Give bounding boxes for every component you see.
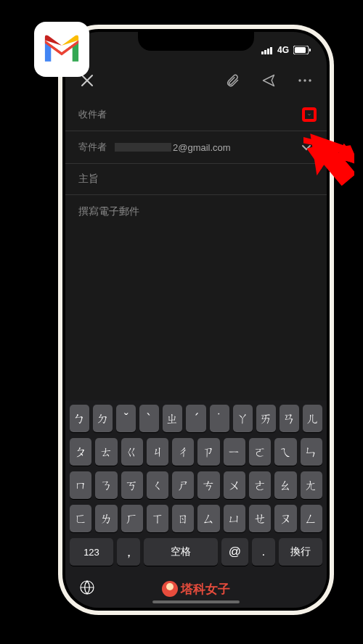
watermark-text: 塔科女子 (181, 581, 230, 598)
subject-field[interactable]: 主旨 (65, 164, 327, 195)
key[interactable]: ㄓ (163, 405, 182, 432)
key[interactable]: ˋ (139, 405, 159, 432)
key[interactable]: ㄤ (301, 471, 322, 499)
phone-frame: 4G (58, 25, 334, 615)
keyboard: ㄅㄉˇˋㄓˊ˙ㄚㄞㄢㄦ ㄆㄊㄍㄐㄔㄗㄧㄛㄟㄣ ㄇㄋㄎㄑㄕㄘㄨㄜㄠㄤ ㄈㄌㄏㄒㄖㄙ… (65, 400, 327, 608)
svg-rect-5 (270, 47, 272, 54)
key[interactable]: ㄞ (256, 405, 276, 432)
key[interactable]: ㄐ (147, 438, 168, 466)
svg-rect-2 (261, 51, 264, 54)
key[interactable]: ㄌ (95, 505, 117, 532)
network-label: 4G (277, 45, 289, 55)
key[interactable]: ㄛ (249, 438, 271, 466)
from-value: 2@gmail.com (115, 142, 299, 153)
svg-point-11 (309, 79, 311, 81)
key[interactable]: ㄊ (95, 438, 117, 466)
kb-row-4: ㄈㄌㄏㄒㄖㄙㄩㄝㄡㄥ (68, 505, 324, 532)
key[interactable]: ㄋ (95, 471, 117, 499)
battery-icon (293, 46, 311, 54)
key[interactable]: ㄉ (93, 405, 113, 432)
key[interactable]: ㄕ (172, 471, 194, 499)
home-indicator[interactable] (152, 600, 240, 603)
svg-point-9 (298, 79, 301, 81)
svg-rect-8 (309, 49, 311, 51)
key-numbers[interactable]: 123 (70, 538, 113, 566)
key[interactable]: ㄘ (197, 471, 219, 499)
key[interactable]: ㄠ (274, 471, 296, 499)
key[interactable]: ㄡ (274, 505, 296, 532)
expand-recipients-button[interactable] (302, 107, 317, 122)
body-field[interactable]: 撰寫電子郵件 (65, 195, 327, 228)
compose-toolbar (65, 62, 327, 99)
key[interactable]: ˙ (210, 405, 229, 432)
to-field-row[interactable]: 收件者 (65, 99, 327, 131)
key[interactable]: ㄚ (233, 405, 253, 432)
globe-button[interactable] (78, 579, 96, 600)
svg-rect-3 (264, 50, 266, 54)
key[interactable]: ㄢ (280, 405, 299, 432)
subject-placeholder: 主旨 (78, 173, 99, 184)
notch (138, 32, 254, 51)
key[interactable]: ㄗ (197, 438, 219, 466)
key[interactable]: ㄅ (70, 405, 89, 432)
redacted-text (115, 143, 171, 152)
kb-row-2: ㄆㄊㄍㄐㄔㄗㄧㄛㄟㄣ (68, 438, 324, 466)
key[interactable]: ㄦ (303, 405, 322, 432)
phone-screen: 4G (65, 32, 327, 608)
send-button[interactable] (260, 72, 277, 89)
key[interactable]: ˇ (116, 405, 136, 432)
key[interactable]: ㄜ (249, 471, 271, 499)
key[interactable]: ㄒ (147, 505, 168, 532)
annotation-arrow (303, 123, 354, 191)
key[interactable]: ㄑ (147, 471, 168, 499)
key[interactable]: ㄇ (70, 471, 91, 499)
svg-rect-7 (295, 47, 306, 53)
key[interactable]: ㄏ (121, 505, 143, 532)
svg-rect-4 (267, 49, 269, 54)
key[interactable]: ㄈ (70, 505, 91, 532)
kb-row-3: ㄇㄋㄎㄑㄕㄘㄨㄜㄠㄤ (68, 471, 324, 499)
body-placeholder: 撰寫電子郵件 (78, 205, 139, 217)
svg-point-10 (303, 79, 306, 81)
gmail-app-icon (34, 22, 89, 77)
key[interactable]: ˊ (186, 405, 205, 432)
key[interactable]: ㄟ (274, 438, 296, 466)
key[interactable]: ㄣ (301, 438, 322, 466)
key[interactable]: ㄧ (224, 438, 245, 466)
key-space[interactable]: 空格 (144, 538, 218, 566)
key[interactable]: ㄖ (172, 505, 194, 532)
kb-row-bottom: 123 ， 空格 @ . 換行 (68, 538, 324, 566)
key[interactable]: ㄎ (121, 471, 143, 499)
gmail-logo-icon (41, 34, 82, 65)
from-label: 寄件者 (78, 141, 115, 154)
key[interactable]: ㄩ (224, 505, 245, 532)
key[interactable]: ㄔ (172, 438, 194, 466)
more-button[interactable] (296, 72, 314, 89)
to-label: 收件者 (78, 108, 115, 121)
attachment-button[interactable] (224, 72, 241, 89)
key-at[interactable]: @ (221, 538, 248, 566)
key-comma[interactable]: ， (117, 538, 140, 566)
key[interactable]: ㄆ (70, 438, 91, 466)
kb-row-1: ㄅㄉˇˋㄓˊ˙ㄚㄞㄢㄦ (68, 405, 324, 432)
key[interactable]: ㄍ (121, 438, 143, 466)
signal-icon (261, 46, 273, 54)
watermark-icon (162, 581, 178, 597)
key[interactable]: ㄙ (197, 505, 219, 532)
key[interactable]: ㄝ (249, 505, 271, 532)
from-field-row[interactable]: 寄件者 2@gmail.com (65, 131, 327, 164)
key[interactable]: ㄨ (224, 471, 245, 499)
key-return[interactable]: 換行 (279, 538, 322, 566)
watermark: 塔科女子 (162, 581, 230, 598)
key-dot[interactable]: . (252, 538, 275, 566)
key[interactable]: ㄥ (301, 505, 322, 532)
